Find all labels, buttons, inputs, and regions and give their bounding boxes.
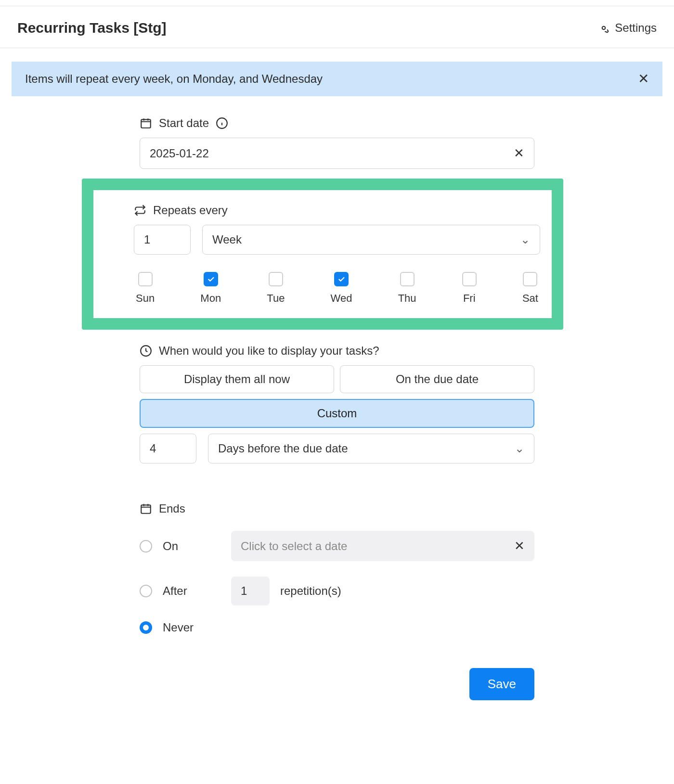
day-checkbox-tue[interactable] — [269, 272, 283, 286]
day-label: Mon — [200, 292, 221, 305]
start-date-input[interactable]: 2025-01-22 ✕ — [140, 138, 534, 169]
repeat-interval-input[interactable]: 1 — [134, 225, 191, 255]
banner-text: Items will repeat every week, on Monday,… — [25, 72, 323, 86]
display-label: When would you like to display your task… — [159, 344, 379, 358]
day-checkbox-thu[interactable] — [400, 272, 415, 286]
day-label: Sun — [136, 292, 155, 305]
day-fri: Fri — [462, 272, 477, 305]
repeats-highlight-box: Repeats every 1 Week ⌄ SunMonTueWedThuFr… — [82, 179, 563, 330]
svg-rect-4 — [141, 505, 151, 513]
calendar-icon — [140, 502, 152, 515]
info-icon[interactable] — [216, 117, 228, 129]
display-option-due-date[interactable]: On the due date — [340, 365, 534, 393]
banner-close-button[interactable]: ✕ — [638, 72, 649, 86]
save-button[interactable]: Save — [469, 668, 534, 700]
day-wed: Wed — [331, 272, 352, 305]
ends-label: Ends — [159, 502, 185, 515]
info-banner: Items will repeat every week, on Monday,… — [12, 62, 662, 96]
svg-rect-1 — [141, 119, 151, 128]
repeats-label: Repeats every — [153, 204, 228, 217]
display-option-custom[interactable]: Custom — [140, 399, 534, 428]
ends-on-date-input[interactable]: Click to select a date ✕ — [231, 531, 534, 561]
ends-never-radio[interactable] — [140, 621, 152, 634]
clear-ends-on-button[interactable]: ✕ — [514, 539, 525, 553]
day-thu: Thu — [398, 272, 416, 305]
start-date-label: Start date — [159, 116, 209, 130]
ends-after-radio[interactable] — [140, 585, 152, 597]
repeat-icon — [134, 204, 146, 217]
ends-after-label: After — [163, 584, 220, 598]
svg-point-0 — [602, 26, 606, 30]
custom-unit-value: Days before the due date — [218, 442, 348, 455]
settings-button[interactable]: Settings — [597, 21, 657, 35]
ends-on-radio[interactable] — [140, 540, 152, 553]
day-mon: Mon — [200, 272, 221, 305]
repeat-unit-value: Week — [212, 233, 242, 246]
day-label: Wed — [331, 292, 352, 305]
clock-icon — [140, 345, 152, 357]
custom-days-input[interactable]: 4 — [140, 434, 196, 463]
day-tue: Tue — [267, 272, 285, 305]
calendar-icon — [140, 117, 152, 129]
clear-start-date-button[interactable]: ✕ — [514, 146, 524, 161]
day-checkbox-mon[interactable] — [204, 272, 218, 286]
display-option-all-now[interactable]: Display them all now — [140, 365, 334, 393]
ends-on-placeholder: Click to select a date — [241, 540, 347, 553]
day-checkbox-sun[interactable] — [138, 272, 153, 286]
day-sat: Sat — [522, 272, 538, 305]
custom-unit-select[interactable]: Days before the due date ⌄ — [208, 434, 534, 463]
day-label: Thu — [398, 292, 416, 305]
day-checkbox-fri[interactable] — [462, 272, 477, 286]
settings-label: Settings — [615, 21, 657, 35]
ends-after-suffix: repetition(s) — [280, 584, 341, 598]
repeat-unit-select[interactable]: Week ⌄ — [202, 225, 540, 255]
ends-after-count-input[interactable]: 1 — [231, 577, 270, 605]
ends-on-label: On — [163, 540, 220, 553]
day-checkbox-wed[interactable] — [334, 272, 349, 286]
page-title: Recurring Tasks [Stg] — [17, 20, 167, 36]
start-date-value: 2025-01-22 — [150, 147, 209, 160]
day-label: Tue — [267, 292, 285, 305]
gear-icon — [597, 22, 610, 34]
ends-never-label: Never — [163, 621, 220, 634]
day-label: Sat — [522, 292, 538, 305]
day-label: Fri — [463, 292, 476, 305]
chevron-down-icon: ⌄ — [515, 442, 524, 455]
day-sun: Sun — [136, 272, 155, 305]
chevron-down-icon: ⌄ — [520, 233, 530, 246]
day-checkbox-sat[interactable] — [523, 272, 537, 286]
